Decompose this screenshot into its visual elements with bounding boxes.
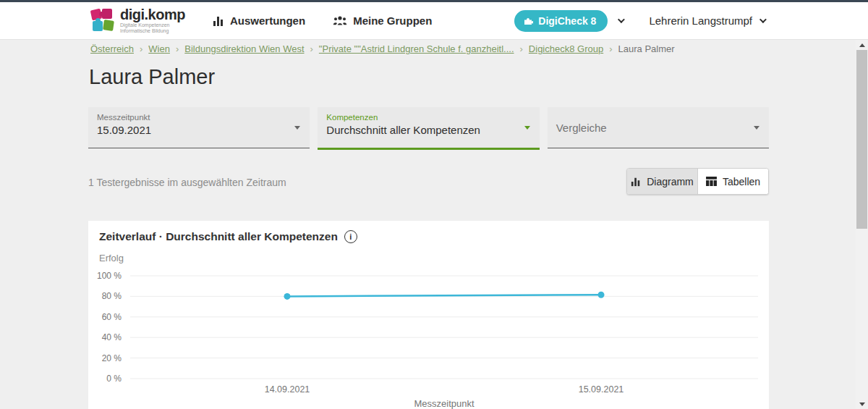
info-icon[interactable]: i bbox=[344, 230, 357, 243]
breadcrumb-separator-icon: › bbox=[176, 43, 179, 54]
y-tick-label: 60 % bbox=[102, 312, 122, 322]
breadcrumb-item[interactable]: Digicheck8 Group bbox=[529, 43, 603, 54]
tabellen-toggle-button[interactable]: Tabellen bbox=[698, 169, 768, 194]
logo-subtitle-line2: Informatische Bildung bbox=[120, 28, 169, 33]
y-tick-label: 0 % bbox=[106, 374, 122, 384]
user-chevron-down-icon bbox=[760, 16, 767, 23]
data-point[interactable] bbox=[598, 292, 605, 298]
people-icon bbox=[333, 15, 347, 26]
results-summary: 1 Testergebnisse im ausgewählten Zeitrau… bbox=[88, 177, 286, 188]
digicheck8-button[interactable]: DigiCheck 8 bbox=[514, 10, 608, 32]
breadcrumb-item[interactable]: Bildungsdirektion Wien West bbox=[184, 43, 304, 54]
bar-chart-icon bbox=[631, 177, 641, 187]
scrollbar-thumb[interactable] bbox=[856, 50, 867, 229]
breadcrumb-separator-icon: › bbox=[520, 43, 523, 54]
kompetenzen-value: Durchschnitt aller Kompetenzen bbox=[318, 124, 539, 136]
x-tick-label: 15.09.2021 bbox=[579, 384, 624, 395]
main-nav: Auswertungen Meine Gruppen bbox=[213, 14, 432, 27]
puzzle-piece-magenta bbox=[102, 9, 112, 19]
breadcrumb-item[interactable]: Österreich bbox=[90, 43, 134, 54]
breadcrumb-item[interactable]: Wien bbox=[148, 43, 170, 54]
logo-title: digi.komp bbox=[120, 7, 185, 22]
puzzle-icon bbox=[523, 16, 533, 26]
messzeitpunkt-label: Messzeitpunkt bbox=[88, 107, 310, 124]
scrollbar-up-arrow[interactable] bbox=[856, 40, 868, 50]
y-tick-label: 40 % bbox=[102, 332, 122, 342]
logo-text: digi.komp Digitale Kompetenzen Informati… bbox=[120, 7, 185, 34]
breadcrumb-item: Laura Palmer bbox=[618, 43, 675, 54]
window-edge bbox=[0, 0, 868, 2]
breadcrumb-separator-icon: › bbox=[140, 43, 142, 54]
chart-title: Zeitverlauf · Durchschnitt aller Kompete… bbox=[99, 230, 338, 243]
vergleiche-select[interactable]: Vergleiche bbox=[548, 107, 769, 148]
digicheck-chevron-down-icon[interactable] bbox=[618, 16, 625, 23]
breadcrumb-item[interactable]: "Private ""Astrid Lindgren Schule f. gan… bbox=[319, 43, 514, 54]
table-icon bbox=[706, 177, 717, 186]
dropdown-arrow-icon bbox=[754, 126, 760, 130]
chart-title-row: Zeitverlauf · Durchschnitt aller Kompete… bbox=[99, 230, 357, 243]
digicheck8-label: DigiCheck 8 bbox=[538, 15, 596, 27]
x-tick-label: 14.09.2021 bbox=[265, 384, 310, 395]
vertical-scrollbar[interactable] bbox=[856, 40, 868, 409]
logo-subtitle-line1: Digitale Kompetenzen bbox=[120, 22, 170, 28]
user-menu[interactable]: Lehrerin Langstrumpf bbox=[649, 14, 765, 27]
digikomp-logo[interactable]: digi.komp Digitale Kompetenzen Informati… bbox=[90, 7, 185, 34]
zeitverlauf-line-chart: 0 %20 %40 %60 %80 %100 %14.09.202115.09.… bbox=[88, 264, 769, 409]
x-axis-title: Messzeitpunkt bbox=[414, 398, 474, 409]
view-toggle: Diagramm Tabellen bbox=[626, 168, 769, 195]
messzeitpunkt-select[interactable]: Messzeitpunkt 15.09.2021 bbox=[88, 107, 310, 148]
breadcrumb-separator-icon: › bbox=[310, 43, 313, 54]
nav-item-meine-gruppen[interactable]: Meine Gruppen bbox=[333, 14, 432, 27]
page-title: Laura Palmer bbox=[89, 65, 215, 89]
digikomp-puzzle-icon bbox=[90, 9, 114, 33]
y-tick-label: 20 % bbox=[102, 353, 122, 363]
dropdown-arrow-icon bbox=[524, 126, 530, 130]
filter-row: Messzeitpunkt 15.09.2021 Kompetenzen Dur… bbox=[88, 107, 769, 150]
nav-item-label: Auswertungen bbox=[230, 14, 305, 27]
dropdown-arrow-icon bbox=[294, 126, 300, 130]
nav-item-auswertungen[interactable]: Auswertungen bbox=[213, 14, 305, 27]
tabellen-label: Tabellen bbox=[723, 176, 760, 187]
puzzle-piece-teal bbox=[93, 21, 103, 31]
bar-chart-icon bbox=[213, 15, 224, 27]
data-point[interactable] bbox=[284, 293, 291, 300]
puzzle-piece-green bbox=[103, 20, 114, 31]
navbar-right: DigiCheck 8 Lehrerin Langstrumpf bbox=[514, 10, 765, 32]
scrollbar-down-arrow[interactable] bbox=[856, 399, 868, 409]
kompetenzen-label: Kompetenzen bbox=[318, 107, 539, 124]
breadcrumb: Österreich›Wien›Bildungsdirektion Wien W… bbox=[90, 43, 770, 54]
chart-y-axis-title: Erfolg bbox=[99, 253, 124, 263]
logo-subtitle: Digitale Kompetenzen Informatische Bildu… bbox=[120, 22, 185, 34]
navbar: digi.komp Digitale Kompetenzen Informati… bbox=[0, 2, 868, 40]
breadcrumb-separator-icon: › bbox=[609, 43, 612, 54]
user-name: Lehrerin Langstrumpf bbox=[649, 14, 752, 27]
diagramm-toggle-button[interactable]: Diagramm bbox=[627, 169, 698, 194]
nav-item-label: Meine Gruppen bbox=[353, 14, 432, 27]
vergleiche-label: Vergleiche bbox=[548, 107, 769, 148]
chart-card: Zeitverlauf · Durchschnitt aller Kompete… bbox=[88, 221, 769, 409]
diagramm-label: Diagramm bbox=[647, 176, 694, 187]
kompetenzen-select[interactable]: Kompetenzen Durchschnitt aller Kompetenz… bbox=[318, 107, 539, 150]
messzeitpunkt-value: 15.09.2021 bbox=[88, 124, 310, 136]
y-tick-label: 80 % bbox=[102, 291, 122, 301]
y-tick-label: 100 % bbox=[97, 271, 122, 281]
